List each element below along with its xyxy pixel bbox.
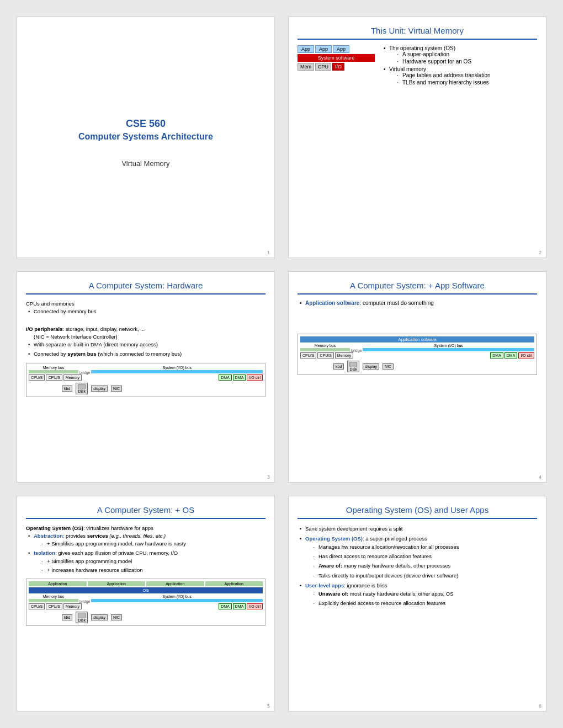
bullet-vm: Virtual memory Page tables and address t… bbox=[384, 66, 537, 85]
slide-2: This Unit: Virtual Memory App App App Sy… bbox=[288, 17, 546, 258]
bridge3-label: bridge bbox=[79, 599, 90, 603]
slide5-title: A Computer System: + OS bbox=[26, 505, 265, 519]
slide-6: Operating System (OS) and User Apps Sane… bbox=[288, 496, 546, 711]
ioctrl-box: I/O ctrl bbox=[247, 374, 263, 381]
nic-box2: NIC bbox=[383, 363, 394, 370]
bullet-os: The operating system (OS) A super-applic… bbox=[384, 45, 537, 65]
app-box-1: App bbox=[298, 45, 314, 53]
app-bar-4: Application bbox=[205, 581, 263, 586]
app-box-2: App bbox=[315, 45, 332, 53]
sys-bus-bar bbox=[91, 370, 263, 373]
ioctrl-box3: I/O ctrl bbox=[247, 603, 263, 609]
cpus-box: CPU/S bbox=[29, 374, 45, 381]
sub-unaware: Unaware of: most nasty hardware details,… bbox=[313, 590, 537, 598]
sub-simplifies-prog: + Simplifies app programming model bbox=[41, 558, 265, 565]
display-box2: display bbox=[363, 363, 379, 370]
dma-box2: DMA bbox=[233, 374, 246, 381]
app-bar-2: Application bbox=[88, 581, 146, 586]
slide-number: 1 bbox=[267, 250, 270, 255]
sub-aware: Aware of: many nasty hardware details, o… bbox=[313, 561, 537, 570]
hw-extra-bullets: With separate or built-in DMA (direct me… bbox=[28, 341, 265, 358]
os-user-bullets: Sane system development requires a split… bbox=[300, 524, 537, 608]
os-bullets: Abstraction: provides services (e.g., th… bbox=[28, 532, 265, 574]
bullet-os-def: Operating System (OS): a super-privilege… bbox=[300, 534, 537, 580]
slide6-title: Operating System (OS) and User Apps bbox=[298, 505, 537, 519]
sub-explicitly-denied: Explicitly denied access to resource all… bbox=[313, 599, 537, 607]
slide-4: A Computer System: + App Software Applic… bbox=[288, 271, 546, 483]
system-software-box: System software bbox=[298, 54, 375, 62]
bullet-sane: Sane system development requires a split bbox=[300, 524, 537, 533]
course-title: Computer Systems Architecture bbox=[78, 132, 213, 142]
bullet-isolation: Isolation: gives each app illusion of pr… bbox=[28, 549, 265, 574]
dma-box5: DMA bbox=[219, 603, 232, 609]
sub-tlbs: TLBs and memory hierarchy issues bbox=[397, 79, 537, 85]
cpus-box2: CPU/S bbox=[46, 374, 62, 381]
display-box3: display bbox=[91, 614, 108, 620]
slide-1: CSE 560 Computer Systems Architecture Vi… bbox=[17, 17, 275, 258]
app-bar-1: Application bbox=[29, 581, 87, 586]
slide2-title: This Unit: Virtual Memory bbox=[298, 26, 537, 40]
slide4-number: 4 bbox=[539, 474, 541, 480]
disk-label: Disk bbox=[78, 389, 86, 393]
slide-3: A Computer System: Hardware CPUs and mem… bbox=[17, 271, 275, 483]
ioctrl-box2: I/O ctrl bbox=[518, 352, 534, 358]
membus3-label: Memory bus bbox=[43, 595, 65, 598]
slide5-number: 5 bbox=[267, 703, 270, 709]
memory-box2: Memory bbox=[335, 352, 353, 358]
cpus-memories-label: CPUs and memories bbox=[26, 300, 265, 308]
memory-box3: Memory bbox=[63, 603, 82, 609]
sub-direct-access: Has direct access to resource allocation… bbox=[313, 552, 537, 560]
disk-label2: Disk bbox=[349, 367, 357, 371]
topic: Virtual Memory bbox=[78, 159, 213, 168]
memory-box: Memory bbox=[63, 374, 82, 381]
cpus-box6: CPU/S bbox=[46, 603, 62, 609]
bullet-appsw: Application software: computer must do s… bbox=[300, 300, 537, 306]
io-box: I/O bbox=[332, 63, 344, 71]
os-bar: OS bbox=[29, 587, 263, 593]
bullet-dma: With separate or built-in DMA (direct me… bbox=[28, 341, 265, 349]
slide1-content: CSE 560 Computer Systems Architecture Vi… bbox=[78, 107, 213, 168]
app-bar-3: Application bbox=[146, 581, 204, 586]
mem-bus-bar bbox=[29, 370, 78, 373]
nic-box: NIC bbox=[111, 386, 122, 392]
sub-pagetables: Page tables and address translation bbox=[397, 72, 537, 78]
bullet-user-apps: User-level apps: ignorance is bliss Unaw… bbox=[300, 581, 537, 608]
sysbus-label: System (I/O) bus bbox=[162, 366, 192, 370]
bullet-sysbus: Connected by system bus (which is connec… bbox=[28, 350, 265, 358]
app-box-3: App bbox=[333, 45, 349, 53]
kbd-box2: kbd bbox=[333, 363, 344, 370]
sub-hwsupport: Hardware support for an OS bbox=[397, 58, 537, 65]
slide-5: A Computer System: + OS Operating System… bbox=[17, 496, 275, 711]
slide2-bullets: The operating system (OS) A super-applic… bbox=[384, 45, 537, 85]
membus-label: Memory bus bbox=[43, 366, 65, 370]
dma-box1: DMA bbox=[219, 374, 232, 381]
os-line1: Operating System (OS): virtualizes hardw… bbox=[26, 524, 265, 532]
bullet-mem-bus: Connected by memory bus bbox=[28, 308, 265, 315]
cpus-box5: CPU/S bbox=[29, 603, 45, 609]
cpu-box: CPU bbox=[315, 63, 331, 71]
sys-bus3-bar bbox=[91, 599, 263, 602]
slide3-title: A Computer System: Hardware bbox=[26, 281, 265, 295]
slide2-number: 2 bbox=[539, 250, 541, 255]
appsw-diagram: Application sofware Memory bus bridge Sy… bbox=[298, 334, 537, 375]
kbd-box: kbd bbox=[62, 386, 72, 392]
sub-superapplication: A super-application bbox=[397, 51, 537, 57]
sub-simplifies-app: + Simplifies app programming model, raw … bbox=[41, 540, 265, 548]
mem-box: Mem bbox=[298, 63, 314, 71]
bridge-label: bridge bbox=[79, 371, 90, 374]
slide4-title: A Computer System: + App Software bbox=[298, 281, 537, 295]
sub-talks: Talks directly to input/output devices (… bbox=[313, 571, 537, 580]
disk-icon-os bbox=[78, 613, 86, 618]
disk-label3: Disk bbox=[78, 618, 86, 622]
dma-box4: DMA bbox=[504, 352, 518, 358]
membus2-label: Memory bus bbox=[315, 344, 336, 347]
hw-bullets: Connected by memory bus bbox=[28, 308, 265, 315]
sub-manages: Manages hw resource allocation/revocatio… bbox=[313, 543, 537, 551]
disk-icon-appsw bbox=[349, 362, 357, 367]
dma-box3: DMA bbox=[490, 352, 503, 358]
bullet-abstraction: Abstraction: provides services (e.g., th… bbox=[28, 532, 265, 548]
slide3-number: 3 bbox=[267, 474, 270, 480]
slide6-number: 6 bbox=[539, 703, 541, 709]
mem-bus2-bar bbox=[300, 348, 350, 351]
cpus-box3: CPU/S bbox=[300, 352, 316, 358]
